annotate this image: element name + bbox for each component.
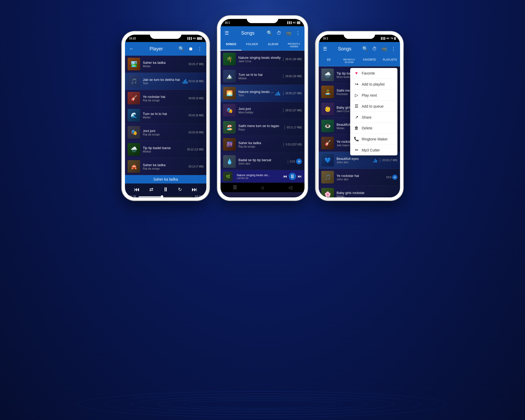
next-button-left[interactable]: ⏭ — [192, 186, 197, 193]
home-nav-center[interactable]: ⌂ — [261, 185, 264, 190]
tab-songs-center[interactable]: SONGS — [220, 40, 242, 50]
video-icon-right[interactable]: 📹 — [380, 45, 388, 53]
context-item-favorite[interactable]: ♥ Favorite — [350, 68, 397, 79]
song-info-center-7: Badal se tip tip barsat John den — [238, 158, 286, 165]
song-item-center-7[interactable]: 💧 Badal se tip tip barsat John den ⋮ 0:1… — [220, 153, 304, 170]
dots-menu-center-7[interactable]: ⋮ — [286, 159, 290, 164]
song-item-right-7[interactable]: 🎵 Ye rockstar hai John den 03:0 ✉ — [319, 169, 400, 186]
song-item-left-1[interactable]: 🏞️ Saher ka ladka Melan 03:25 (7 MB) — [125, 56, 206, 73]
mini-next-center[interactable]: ⏭ — [298, 174, 302, 179]
pause-button-left[interactable]: ⏸ — [163, 186, 169, 193]
menu-icon-center[interactable]: ☰ — [224, 29, 230, 37]
timer-icon-center[interactable]: ⏱ — [276, 29, 282, 37]
context-menu-overlay: ♥ Favorite ↪ Add to playlist ▷ Play next — [348, 66, 400, 157]
song-thumb-right-3: 👶 — [321, 103, 334, 115]
song-item-right-8[interactable]: 🌸 Baby girls rockstar Melan — [319, 186, 400, 197]
dots-menu-center-2[interactable]: ⋮ — [281, 74, 285, 79]
player-title-left: Player — [137, 46, 175, 52]
song-item-center-5[interactable]: 🏖️ Sathi mere tum se to lagan Rays ⋮ 03:… — [220, 119, 304, 136]
song-item-left-4[interactable]: 🌊 Tum se hi to hai Melan 03:42 (8 MB) — [125, 107, 206, 124]
video-icon-center[interactable]: 📹 — [285, 29, 292, 37]
tab-album-center[interactable]: ALBUM — [262, 40, 284, 50]
song-item-left-3[interactable]: 🎸 Ye rockstar hai Raj da songs 04:05 (9 … — [125, 90, 206, 107]
song-item-left-6[interactable]: 🌧️ Tip tip badel barse Miskai 05:12 (12 … — [125, 141, 206, 158]
search-icon-left[interactable]: 🔍 — [177, 45, 185, 53]
tab-favorite-right[interactable]: FAVORITE — [359, 56, 380, 66]
network-left: 4G — [193, 37, 196, 40]
song-info-left-3: Ye rockstar hai Raj da songs — [143, 95, 188, 102]
phone-left-notch — [150, 32, 181, 39]
progress-total-left: 03:33 — [195, 195, 202, 197]
active-bars-right-6 — [374, 158, 377, 162]
song-artist-center-1: Jaim Crus — [238, 60, 281, 63]
search-icon-center[interactable]: 🔍 — [266, 29, 274, 37]
song-item-left-5[interactable]: 🎭 Joni joni Raj da songs 03:29 (8 MB) — [125, 124, 206, 141]
context-label-share: Share — [362, 115, 371, 119]
tab-recently-center[interactable]: RECENTLY ADDED — [284, 40, 304, 50]
song-meta-right-7: 03:0 ✉ — [386, 175, 397, 180]
dots-menu-center-3[interactable]: ⋮ — [281, 91, 285, 96]
dots-menu-center-1[interactable]: ⋮ — [281, 57, 285, 62]
prev-button-left[interactable]: ⏮ — [134, 186, 140, 193]
menu-icon-right[interactable]: ☰ — [322, 45, 328, 53]
song-item-left-7[interactable]: 🎪 Saher ka ladka Raj da songs 03:13 (7 M… — [125, 158, 206, 175]
back-button-left[interactable]: ← — [128, 45, 135, 53]
more-icon-center[interactable]: ⋮ — [295, 29, 301, 37]
context-item-add-queue[interactable]: ☰ Add to queue — [350, 101, 397, 112]
song-item-center-6[interactable]: 🌆 Saher ka ladka Raj da songs ⋮ 0:15 (23… — [220, 136, 304, 153]
more-icon-right[interactable]: ⋮ — [390, 45, 397, 53]
mini-player-title-center: Nature singing beats slo... — [237, 174, 281, 177]
song-info-center-3: Nature singing beats slowlly Tom — [238, 90, 275, 97]
share-icon: ↗ — [354, 115, 359, 120]
mini-prev-center[interactable]: ⏮ — [283, 174, 287, 179]
context-item-play-next[interactable]: ▷ Play next — [350, 90, 397, 101]
mp3cutter-icon: ✂ — [354, 148, 359, 153]
dots-menu-right-6[interactable]: ⋮ — [378, 158, 382, 163]
dots-menu-center-6[interactable]: ⋮ — [281, 142, 286, 147]
context-label-mp3cutter: Mp3 Cutter — [362, 148, 380, 152]
context-item-mp3cutter[interactable]: ✂ Mp3 Cutter — [350, 145, 397, 155]
context-label-add-queue: Add to queue — [362, 104, 384, 108]
context-item-delete[interactable]: 🗑 Delete — [350, 123, 397, 134]
back-nav-center[interactable]: ◁ — [288, 185, 292, 190]
signal-center: ▐▐▐ — [287, 21, 292, 24]
song-thumb-right-5: 🎸 — [321, 137, 334, 149]
timer-icon-right[interactable]: ⏱ — [371, 45, 378, 53]
battery-left: ▓▓▓ — [197, 37, 202, 40]
progress-bar-left[interactable] — [139, 196, 193, 197]
tab-folder-center[interactable]: FOLDER — [242, 40, 262, 50]
dots-menu-center-4[interactable]: ⋮ — [281, 108, 285, 113]
song-title-left-1: Saher ka ladka — [143, 61, 188, 65]
song-item-center-3[interactable]: 🌅 Nature singing beats slowlly Tom ⋮ — [220, 85, 304, 102]
song-info-center-6: Saher ka ladka Raj da songs — [238, 141, 281, 148]
context-menu-right: ♥ Favorite ↪ Add to playlist ▷ Play next — [350, 68, 397, 155]
menu-nav-center[interactable]: ☰ — [233, 185, 237, 190]
search-icon-right[interactable]: 🔍 — [361, 45, 369, 53]
tabs-right: ED RECENTLY PLAYED FAVORITE PLAYLISTS — [319, 56, 400, 66]
song-item-center-1[interactable]: 🌴 Nature singing beats slowlly Jaim Crus… — [220, 51, 304, 68]
tab-playlists-right[interactable]: PLAYLISTS — [380, 56, 400, 66]
more-icon-left[interactable]: ⋮ — [196, 45, 203, 53]
network-right: 4G — [386, 37, 389, 40]
shuffle-button-left[interactable]: ⇄ — [149, 187, 153, 192]
context-label-delete: Delete — [362, 126, 372, 130]
phone-right-header: ☰ Songs 🔍 ⏱ 📹 ⋮ — [319, 42, 400, 56]
song-title-left-5: Joni joni — [143, 129, 188, 133]
song-thumb-left-6: 🌧️ — [128, 143, 140, 156]
song-meta-left-5: 03:29 (8 MB) — [188, 131, 204, 134]
song-thumb-center-3: 🌅 — [223, 87, 236, 99]
song-item-left-2[interactable]: 🎵 Jab se tum ko dekha hai Tom 03:32 (8 M… — [125, 73, 206, 90]
context-item-ringtone[interactable]: 📞 Ringtone Maker — [350, 134, 397, 145]
repeat-button-left[interactable]: ↻ — [178, 187, 182, 192]
song-item-center-2[interactable]: 🏔️ Tum se hi to hai Miskai ⋮ 29:00 (26 M… — [220, 68, 304, 85]
tab-ed-right[interactable]: ED — [319, 56, 339, 66]
mini-pause-center[interactable]: ⏸ — [289, 173, 296, 180]
song-title-center-3: Nature singing beats slowlly — [238, 90, 275, 94]
envelope-icon-right-7: ✉ — [392, 175, 397, 180]
tab-recently-right[interactable]: RECENTLY PLAYED — [339, 56, 360, 66]
song-item-center-4[interactable]: 🎭 Joni joni Moni bobby ⋮ 29:52 (27 MB) — [220, 102, 304, 119]
context-item-add-playlist[interactable]: ↪ Add to playlist — [350, 79, 397, 90]
dots-menu-center-5[interactable]: ⋮ — [282, 125, 287, 130]
context-item-share[interactable]: ↗ Share — [350, 112, 397, 123]
song-info-left-1: Saher ka ladka Melan — [143, 61, 188, 68]
